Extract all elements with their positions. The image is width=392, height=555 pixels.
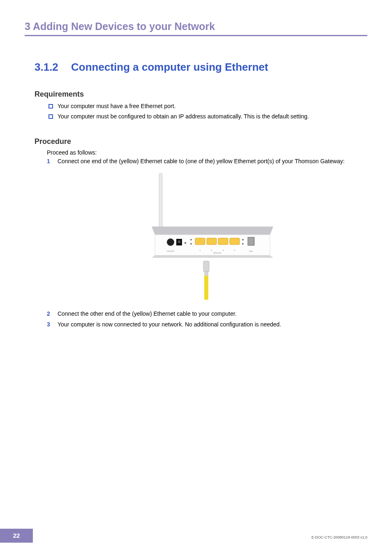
svg-point-4 [167, 238, 174, 246]
svg-text:DSL: DSL [249, 250, 253, 252]
chapter-prefix: 3 [25, 21, 30, 32]
section-heading: 3.1.2 Connecting a computer using Ethern… [25, 61, 367, 74]
svg-rect-16 [248, 237, 254, 245]
list-item: Your computer must be configured to obta… [47, 112, 367, 121]
svg-text:1: 1 [200, 249, 201, 252]
svg-point-7 [184, 242, 186, 244]
svg-text:Ethernet: Ethernet [214, 252, 222, 254]
procedure-heading: Procedure [35, 137, 367, 146]
svg-point-15 [242, 243, 244, 245]
svg-rect-29 [205, 272, 208, 276]
procedure-intro: Proceed as follows: [47, 149, 367, 156]
svg-rect-30 [204, 276, 208, 300]
svg-point-8 [190, 239, 192, 240]
svg-rect-10 [195, 238, 205, 245]
svg-point-9 [190, 243, 192, 245]
svg-rect-13 [230, 238, 240, 245]
svg-rect-0 [159, 173, 162, 231]
requirements-heading: Requirements [35, 90, 367, 99]
svg-rect-28 [203, 261, 209, 272]
list-item: Your computer is now connected to your n… [47, 321, 367, 329]
list-item: Connect the other end of the (yellow) Et… [47, 310, 367, 318]
svg-text:4: 4 [234, 249, 235, 252]
step-text: Connect one end of the (yellow) Ethernet… [58, 158, 345, 164]
svg-marker-1 [152, 227, 273, 235]
page-number: 22 [0, 529, 33, 543]
svg-rect-6 [178, 240, 180, 243]
document-id: E-DOC-CTC-20080118-0003 v1.0 [311, 535, 367, 539]
svg-marker-3 [152, 255, 273, 258]
procedure-list: Connect one end of the (yellow) Ethernet… [47, 157, 367, 328]
svg-rect-11 [207, 238, 217, 245]
requirements-list: Your computer must have a free Ethernet … [47, 102, 367, 121]
chapter-title: 3 Adding New Devices to your Network [25, 21, 367, 36]
list-item: Your computer must have a free Ethernet … [47, 102, 367, 111]
section-number: 3.1.2 [35, 61, 58, 74]
svg-text:3: 3 [223, 249, 224, 252]
svg-point-14 [242, 239, 244, 240]
section-title: Connecting a computer using Ethernet [71, 61, 268, 73]
chapter-name: Adding New Devices to your Network [33, 21, 215, 32]
svg-text:ON/OFF: ON/OFF [167, 250, 175, 252]
list-item: Connect one end of the (yellow) Ethernet… [47, 157, 367, 303]
svg-rect-12 [218, 238, 228, 245]
svg-text:2: 2 [211, 249, 212, 252]
router-figure: ON/OFF 1 2 Ethernet 3 4 DSL [147, 173, 278, 303]
